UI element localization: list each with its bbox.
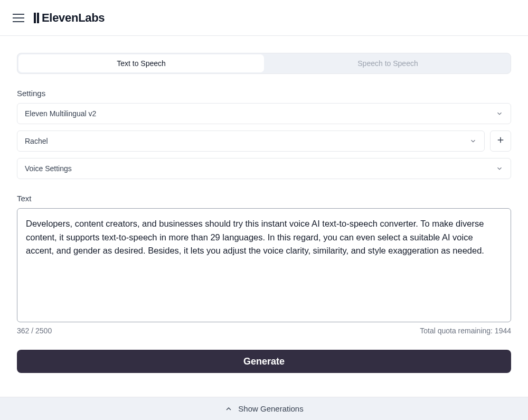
voice-select[interactable]: Rachel [17, 130, 485, 152]
add-voice-button[interactable] [490, 130, 511, 152]
voice-settings-select[interactable]: Voice Settings [17, 158, 511, 179]
app-header: ElevenLabs [0, 0, 528, 36]
chevron-down-icon [469, 137, 477, 145]
tab-label: Speech to Speech [357, 59, 418, 68]
show-generations-bar[interactable]: Show Generations [0, 397, 528, 420]
tab-label: Text to Speech [117, 59, 166, 68]
chevron-down-icon [496, 165, 503, 172]
show-generations-label: Show Generations [238, 404, 303, 413]
brand-name: ElevenLabs [42, 11, 105, 25]
model-select[interactable]: Eleven Multilingual v2 [17, 103, 511, 124]
tab-text-to-speech[interactable]: Text to Speech [18, 54, 264, 72]
brand-bars-icon [34, 13, 39, 23]
counter-row: 362 / 2500 Total quota remaining: 1944 [17, 326, 511, 335]
chevron-down-icon [496, 110, 503, 117]
hamburger-menu-icon[interactable] [13, 12, 24, 24]
tab-speech-to-speech[interactable]: Speech to Speech [265, 53, 511, 73]
settings-label: Settings [17, 89, 511, 98]
chevron-up-icon [224, 405, 233, 413]
text-input[interactable] [18, 210, 510, 319]
plus-icon [496, 135, 505, 147]
main-content: Text to Speech Speech to Speech Settings… [0, 36, 528, 373]
quota-remaining: Total quota remaining: 1944 [420, 326, 511, 335]
mode-tabs: Text to Speech Speech to Speech [17, 53, 511, 74]
generate-button[interactable]: Generate [17, 350, 511, 373]
brand-logo: ElevenLabs [34, 11, 105, 25]
text-label: Text [17, 194, 511, 203]
text-input-wrapper [17, 208, 511, 322]
voice-settings-label: Voice Settings [25, 164, 72, 173]
voice-select-value: Rachel [25, 137, 48, 145]
char-count: 362 / 2500 [17, 326, 52, 335]
model-select-value: Eleven Multilingual v2 [25, 109, 96, 118]
generate-button-label: Generate [243, 356, 285, 367]
